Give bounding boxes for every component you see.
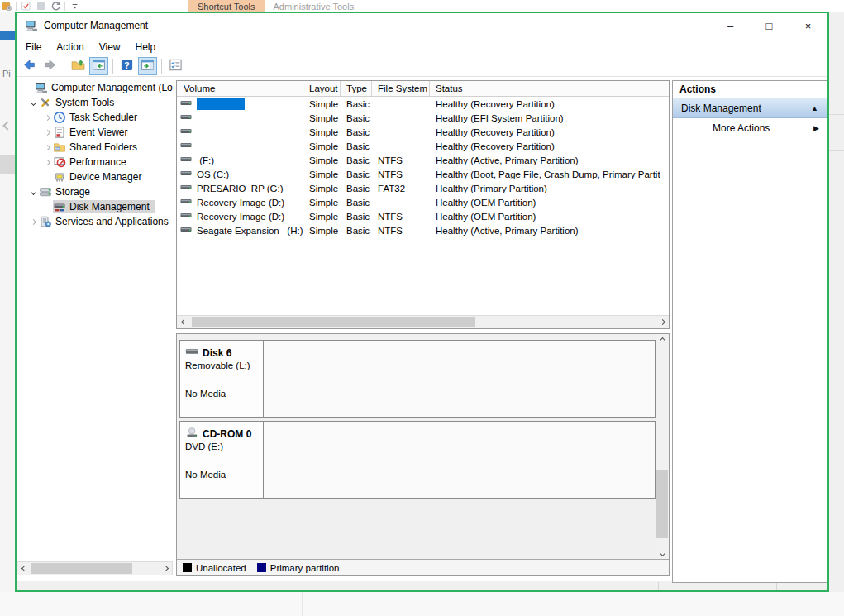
collapse-arrow-icon[interactable]: ▲ xyxy=(811,104,818,112)
volume-row[interactable]: (F:)SimpleBasicNTFSHealthy (Active, Prim… xyxy=(177,153,669,167)
qat-dropdown-icon[interactable] xyxy=(69,1,80,12)
volume-row[interactable]: SimpleBasicHealthy (Recovery Partition) xyxy=(177,125,669,139)
disk-extent-area[interactable] xyxy=(264,422,655,498)
drive-icon xyxy=(180,211,193,222)
disk-label-box[interactable]: CD-ROM 0DVD (E:)No Media xyxy=(180,422,264,498)
disk-label-box[interactable]: Disk 6Removable (L:)No Media xyxy=(180,341,264,417)
services-icon xyxy=(39,215,52,228)
back-button[interactable] xyxy=(20,57,39,75)
qat-refresh-icon[interactable] xyxy=(50,1,61,12)
scroll-thumb[interactable] xyxy=(656,470,668,538)
volume-horizontal-scrollbar[interactable] xyxy=(177,315,669,328)
drive-icon xyxy=(180,155,193,165)
menu-file[interactable]: File xyxy=(18,40,49,55)
show-action-pane-button[interactable] xyxy=(138,57,157,75)
scroll-right-arrow[interactable] xyxy=(159,562,172,575)
show-console-tree-button[interactable] xyxy=(89,57,108,75)
chevron-down-icon[interactable] xyxy=(27,97,39,108)
computer-icon xyxy=(35,81,48,94)
disk-card-disk-6[interactable]: Disk 6Removable (L:)No Media xyxy=(179,340,656,418)
chevron-right-icon[interactable] xyxy=(41,112,53,123)
qat-app-icon[interactable] xyxy=(1,1,12,12)
chevron-right-icon[interactable] xyxy=(41,141,53,153)
tree-item-services-and-applications[interactable]: Services and Applications xyxy=(17,214,173,229)
scroll-left-arrow[interactable] xyxy=(17,562,31,575)
disk-subtitle: Removable (L:) xyxy=(185,361,258,370)
tree-item-performance[interactable]: Performance xyxy=(17,155,173,170)
ribbon-tab-administrative-tools[interactable]: Administrative Tools xyxy=(265,0,364,12)
volume-name-cell: PRESARIO_RP (G:) xyxy=(177,181,303,195)
tree-item-event-viewer[interactable]: Event Viewer xyxy=(17,125,173,140)
volume-row[interactable]: Seagate Expansion (H:)SimpleBasicNTFSHea… xyxy=(177,223,669,237)
column-header-status[interactable]: Status xyxy=(430,81,669,96)
scroll-up-arrow[interactable] xyxy=(656,334,669,346)
file-system-cell xyxy=(372,139,430,153)
type-cell: Basic xyxy=(341,139,372,153)
scroll-down-arrow[interactable] xyxy=(656,547,669,560)
selection-highlight xyxy=(197,98,245,110)
volume-row[interactable]: OS (C:)SimpleBasicNTFSHealthy (Boot, Pag… xyxy=(177,167,669,181)
tree-item-shared-folders[interactable]: 22Shared Folders xyxy=(17,140,173,155)
help-button[interactable]: ? xyxy=(117,57,136,75)
maximize-button[interactable]: □ xyxy=(750,13,789,38)
ribbon-tab-shortcut-tools[interactable]: Shortcut Tools xyxy=(188,0,265,12)
tree-item-task-scheduler[interactable]: Task Scheduler xyxy=(17,110,173,125)
disk-vertical-scrollbar[interactable] xyxy=(656,334,669,560)
chevron-right-icon[interactable] xyxy=(27,216,39,227)
divider xyxy=(112,59,113,74)
volume-row[interactable]: Recovery Image (D:)SimpleBasicNTFSHealth… xyxy=(177,209,669,223)
menu-view[interactable]: View xyxy=(92,40,128,55)
chevron-down-icon[interactable] xyxy=(27,186,39,198)
volume-row[interactable]: PRESARIO_RP (G:)SimpleBasicFAT32Healthy … xyxy=(177,181,669,195)
volume-name-cell: Recovery Image (D:) xyxy=(177,195,303,209)
explorer-back-icon xyxy=(2,121,12,130)
chevron-right-icon[interactable] xyxy=(41,127,53,138)
tree-item-storage[interactable]: Storage xyxy=(17,184,173,199)
actions-group-disk-management[interactable]: Disk Management ▲ xyxy=(673,98,827,118)
menu-action[interactable]: Action xyxy=(49,40,91,55)
up-one-level-button[interactable] xyxy=(69,57,88,75)
tree-item-computer-management-local[interactable]: Computer Management (Local xyxy=(17,80,173,95)
scroll-thumb[interactable] xyxy=(31,563,132,574)
column-header-volume[interactable]: Volume xyxy=(177,81,303,96)
tree-item-label: Storage xyxy=(55,186,90,198)
qat-square-icon[interactable] xyxy=(35,1,46,12)
layout-cell: Simple xyxy=(303,97,341,111)
tree-item-device-manager[interactable]: Device Manager xyxy=(17,170,173,184)
forward-button[interactable] xyxy=(41,57,60,75)
disk-card-cd-rom-0[interactable]: CD-ROM 0DVD (E:)No Media xyxy=(179,421,656,499)
status-cell: Healthy (Recovery Partition) xyxy=(430,139,669,153)
divider xyxy=(829,114,844,115)
disk-graphical-panel: Disk 6Removable (L:)No MediaCD-ROM 0DVD … xyxy=(176,333,670,576)
actions-panel: Actions Disk Management ▲ More Actions ▶ xyxy=(672,80,827,583)
close-button[interactable]: × xyxy=(789,13,827,38)
column-header-type[interactable]: Type xyxy=(341,81,372,96)
volume-row[interactable]: SimpleBasicHealthy (Recovery Partition) xyxy=(177,97,669,111)
scroll-right-arrow[interactable] xyxy=(656,316,669,328)
qat-checkbox-icon[interactable] xyxy=(20,1,31,12)
scroll-left-arrow[interactable] xyxy=(177,316,190,328)
disk-name: CD-ROM 0 xyxy=(203,428,251,440)
tree-horizontal-scrollbar[interactable] xyxy=(17,561,173,575)
legend-label: Primary partition xyxy=(270,563,340,573)
console-tree: Computer Management (LocalSystem ToolsTa… xyxy=(17,80,173,561)
volume-row[interactable]: SimpleBasicHealthy (Recovery Partition) xyxy=(177,139,669,153)
menu-help[interactable]: Help xyxy=(128,40,164,55)
layout-cell: Simple xyxy=(303,181,341,195)
column-header-file-system[interactable]: File System xyxy=(372,81,430,96)
more-actions-item[interactable]: More Actions ▶ xyxy=(673,118,827,138)
tree-item-label: Services and Applications xyxy=(55,216,169,227)
tree-item-disk-management[interactable]: Disk Management xyxy=(17,199,173,214)
chevron-right-icon[interactable] xyxy=(41,156,53,168)
pin-label-fragment: Pi xyxy=(2,69,11,79)
disk-extent-area[interactable] xyxy=(264,341,655,417)
volume-row[interactable]: SimpleBasicHealthy (EFI System Partition… xyxy=(177,111,669,125)
minimize-button[interactable]: – xyxy=(711,13,750,38)
expander-spacer xyxy=(41,201,53,212)
customize-view-button[interactable] xyxy=(166,57,185,75)
tree-item-system-tools[interactable]: System Tools xyxy=(17,95,173,110)
tree-item-label: Device Manager xyxy=(69,171,141,183)
scroll-thumb[interactable] xyxy=(192,317,475,327)
volume-row[interactable]: Recovery Image (D:)SimpleBasicHealthy (O… xyxy=(177,195,669,209)
column-header-layout[interactable]: Layout xyxy=(303,81,341,96)
